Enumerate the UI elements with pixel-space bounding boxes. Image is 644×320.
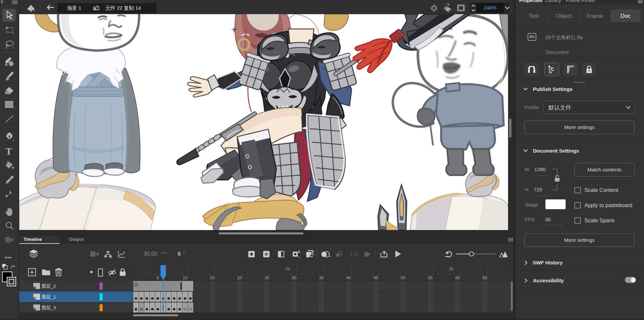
svg-text:45: 45	[373, 276, 378, 280]
svg-text:55: 55	[428, 276, 433, 280]
svg-text:15: 15	[210, 276, 215, 280]
svg-text:50: 50	[401, 276, 405, 280]
svg-text:35: 35	[319, 276, 324, 280]
svg-text:40: 40	[346, 276, 351, 280]
svg-text:10: 10	[183, 276, 187, 280]
svg-text:5: 5	[156, 276, 159, 280]
svg-text:65: 65	[482, 276, 487, 280]
svg-text:20: 20	[237, 276, 242, 280]
svg-text:60: 60	[455, 276, 460, 280]
svg-text:30: 30	[292, 276, 296, 280]
svg-text:1s: 1s	[286, 266, 290, 271]
svg-text:A: A	[298, 250, 300, 254]
svg-text:25: 25	[264, 276, 269, 280]
svg-text:2s: 2s	[449, 266, 454, 271]
